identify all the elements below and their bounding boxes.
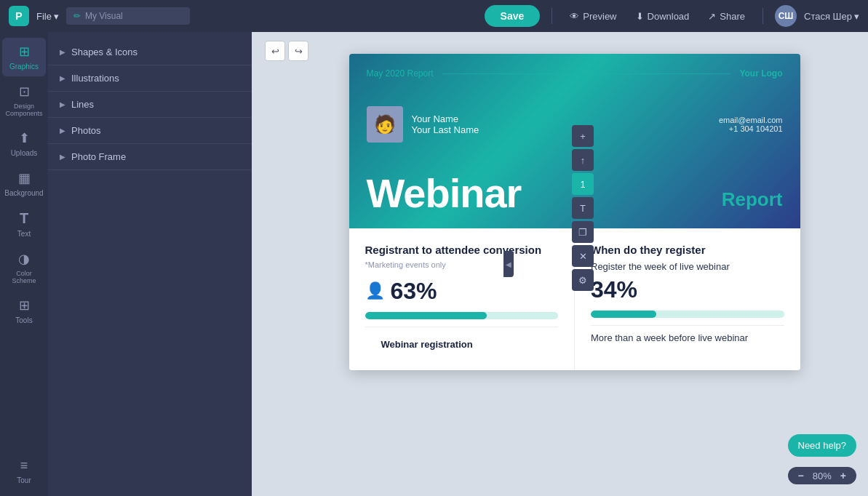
col2-stat-desc2: More than a week before live webinar bbox=[591, 332, 784, 345]
sidebar-item-tools[interactable]: ⊞ Tools bbox=[2, 292, 46, 330]
header-line bbox=[442, 73, 731, 74]
user-initials: СШ bbox=[779, 11, 794, 21]
save-button[interactable]: Save bbox=[485, 5, 541, 27]
zoom-in-button[interactable]: + bbox=[837, 470, 849, 481]
section-lines-header[interactable]: ▶ Lines bbox=[48, 92, 252, 117]
col2-divider bbox=[591, 325, 784, 326]
download-icon: ⬇ bbox=[636, 11, 644, 22]
file-menu-button[interactable]: File ▾ bbox=[36, 11, 59, 22]
share-button[interactable]: ↗ Share bbox=[702, 8, 751, 25]
slide-title-sub: Report bbox=[722, 188, 783, 211]
sidebar-item-tour[interactable]: ≡ Tour bbox=[2, 452, 46, 490]
zoom-out-button[interactable]: − bbox=[795, 470, 807, 481]
help-button[interactable]: Need help? bbox=[788, 434, 857, 457]
sidebar-item-graphics[interactable]: ⊞ Graphics bbox=[2, 38, 46, 76]
section-shapes-icons: ▶ Shapes & Icons bbox=[48, 39, 252, 65]
delete-button[interactable]: ✕ bbox=[572, 245, 594, 267]
col2-stat-title: When do they register bbox=[591, 243, 784, 257]
sidebar-item-label: Tour bbox=[17, 476, 31, 484]
background-icon: ▦ bbox=[18, 170, 31, 186]
section-lines: ▶ Lines bbox=[48, 92, 252, 118]
col1-stat-val: 👤 63% bbox=[365, 278, 559, 305]
preview-button[interactable]: 👁 Preview bbox=[564, 8, 622, 25]
section-photo-frame: ▶ Photo Frame bbox=[48, 144, 252, 170]
username-label: Стася Шер bbox=[804, 11, 852, 22]
section-photos-header[interactable]: ▶ Photos bbox=[48, 118, 252, 143]
sidebar-item-text[interactable]: T Text bbox=[2, 204, 46, 244]
title-value: My Visual bbox=[85, 11, 123, 21]
col2-value: 34% bbox=[591, 276, 637, 303]
main-layout: ⊞ Graphics ⊡ Design Components ⬆ Uploads… bbox=[0, 32, 868, 496]
col1-stat-sub: *Marketing events only bbox=[365, 260, 559, 269]
collapse-icon: ◀ bbox=[506, 260, 511, 268]
col2-progress-fill bbox=[591, 311, 656, 318]
color-scheme-icon: ◑ bbox=[18, 251, 30, 267]
sidebar-item-label: Tools bbox=[15, 316, 32, 324]
section-arrow-icon: ▶ bbox=[60, 127, 65, 135]
slide-col-2: When do they register Register the week … bbox=[575, 228, 800, 370]
file-arrow-icon: ▾ bbox=[54, 11, 59, 22]
logo-text: P bbox=[15, 10, 22, 22]
sidebar-item-label: Color Scheme bbox=[5, 270, 43, 284]
move-up-button[interactable]: ↑ bbox=[572, 149, 594, 171]
copy-button[interactable]: ❐ bbox=[572, 221, 594, 243]
share-label: Share bbox=[720, 11, 745, 22]
element-settings-button[interactable]: ⚙ bbox=[572, 269, 594, 291]
tour-icon: ≡ bbox=[20, 458, 28, 473]
avatar-person-icon: 🧑 bbox=[374, 114, 396, 135]
avatar: СШ bbox=[775, 5, 797, 27]
sidebar-item-label: Graphics bbox=[9, 63, 39, 71]
download-label: Download bbox=[648, 11, 690, 22]
undo-button[interactable]: ↩ bbox=[265, 41, 285, 61]
section-arrow-icon: ▶ bbox=[60, 74, 65, 82]
divider bbox=[552, 8, 552, 24]
col1-bottom-text: Webinar registration bbox=[365, 333, 559, 356]
canvas-toolbar: ↩ ↪ bbox=[265, 41, 308, 61]
section-illustrations: ▶ Illustrations bbox=[48, 65, 252, 92]
sidebar-item-label: Background bbox=[4, 189, 43, 197]
section-label: Photos bbox=[71, 125, 100, 136]
canvas-area: ↩ ↪ ◀ + ↑ 1 T ❐ ✕ ⚙ May 2020 Report Your… bbox=[252, 32, 868, 496]
col2-stat-desc1: Register the week of live webinar bbox=[591, 260, 784, 273]
sidebar-item-background[interactable]: ▦ Background bbox=[2, 164, 46, 203]
slide-name-line2: Your Last Name bbox=[412, 124, 479, 135]
section-arrow-icon: ▶ bbox=[60, 48, 65, 56]
download-button[interactable]: ⬇ Download bbox=[630, 8, 696, 25]
col1-stat-title: Registrant to attendee conversion bbox=[365, 243, 559, 257]
section-photo-frame-header[interactable]: ▶ Photo Frame bbox=[48, 144, 252, 169]
section-label: Photo Frame bbox=[71, 151, 126, 162]
sidebar-item-uploads[interactable]: ⬆ Uploads bbox=[2, 124, 46, 163]
section-shapes-icons-header[interactable]: ▶ Shapes & Icons bbox=[48, 39, 252, 65]
section-illustrations-header[interactable]: ▶ Illustrations bbox=[48, 65, 252, 91]
sidebar-item-color-scheme[interactable]: ◑ Color Scheme bbox=[2, 245, 46, 290]
collapse-panel-button[interactable]: ◀ bbox=[503, 251, 514, 277]
section-photos: ▶ Photos bbox=[48, 118, 252, 144]
sidebar-item-design-components[interactable]: ⊡ Design Components bbox=[2, 78, 46, 123]
sidebar-item-label: Text bbox=[17, 230, 31, 238]
divider2 bbox=[763, 8, 763, 24]
document-title-field[interactable]: ✏ My Visual bbox=[66, 7, 190, 25]
col2-progress-bar bbox=[591, 311, 784, 318]
uploads-icon: ⬆ bbox=[19, 130, 30, 146]
col1-progress-fill bbox=[365, 312, 487, 319]
slide-logo: Your Logo bbox=[739, 68, 782, 79]
add-element-button[interactable]: + bbox=[572, 125, 594, 147]
layer-number-button[interactable]: 1 bbox=[572, 173, 594, 195]
tools-icon: ⊞ bbox=[19, 297, 30, 313]
preview-label: Preview bbox=[583, 11, 616, 22]
username-display[interactable]: Стася Шер ▾ bbox=[804, 11, 859, 22]
text-format-button[interactable]: T bbox=[572, 197, 594, 219]
help-label: Need help? bbox=[798, 440, 847, 451]
col1-value: 63% bbox=[391, 278, 437, 305]
section-label: Shapes & Icons bbox=[71, 47, 138, 57]
slide-header-top: May 2020 Report Your Logo bbox=[367, 68, 783, 79]
redo-button[interactable]: ↪ bbox=[288, 41, 308, 61]
slide-name-block: Your Name Your Last Name bbox=[412, 113, 479, 135]
text-icon: T bbox=[20, 210, 28, 227]
topbar: P File ▾ ✏ My Visual Save 👁 Preview ⬇ Do… bbox=[0, 0, 868, 32]
app-logo: P bbox=[9, 6, 29, 26]
username-arrow-icon: ▾ bbox=[854, 11, 859, 22]
section-arrow-icon: ▶ bbox=[60, 153, 65, 161]
col1-divider bbox=[365, 327, 559, 327]
design-components-icon: ⊡ bbox=[19, 84, 30, 100]
